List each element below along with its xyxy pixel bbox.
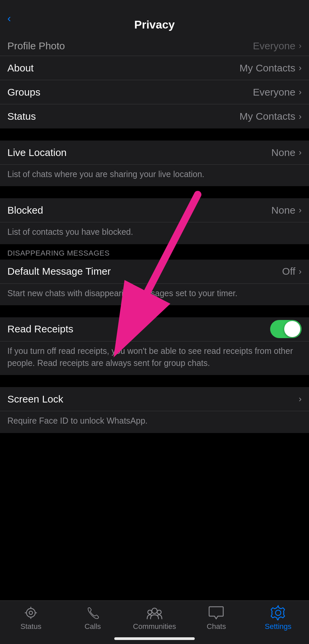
screen-lock-section: Screen Lock › Require Face ID to unlock …: [0, 387, 309, 433]
live-location-label: Live Location: [7, 147, 67, 158]
status-icon: [22, 605, 40, 620]
profile-photo-label: Profile Photo: [7, 40, 65, 52]
default-message-timer-value: Off ›: [282, 266, 302, 277]
blocked-value: None ›: [271, 205, 302, 216]
status-value: My Contacts ›: [240, 111, 302, 122]
communities-tab-label: Communities: [133, 622, 176, 631]
read-receipts-label: Read Receipts: [7, 323, 73, 335]
status-tab-label: Status: [20, 622, 41, 631]
screen-lock-row[interactable]: Screen Lock ›: [0, 387, 309, 411]
status-row[interactable]: Status My Contacts ›: [0, 104, 309, 128]
gap3: [0, 305, 309, 317]
settings-icon: [269, 605, 287, 620]
live-location-subtext: List of chats where you are sharing your…: [0, 165, 309, 186]
about-label: About: [7, 62, 34, 74]
calls-icon: [84, 605, 102, 620]
tab-settings[interactable]: Settings: [247, 605, 309, 631]
default-message-timer-row[interactable]: Default Message Timer Off ›: [0, 260, 309, 284]
header: ‹ Privacy: [0, 0, 309, 36]
tab-calls[interactable]: Calls: [62, 605, 123, 631]
blocked-subtext: List of contacts you have blocked.: [0, 222, 309, 244]
screen-lock-value: ›: [298, 394, 302, 404]
profile-photo-row[interactable]: Profile Photo Everyone ›: [0, 36, 309, 56]
page-wrapper: ‹ Privacy Profile Photo Everyone › About…: [0, 0, 309, 644]
screen-lock-subtext: Require Face ID to unlock WhatsApp.: [0, 411, 309, 433]
groups-value: Everyone ›: [253, 87, 302, 98]
calls-tab-label: Calls: [84, 622, 101, 631]
settings-tab-label: Settings: [265, 622, 292, 631]
who-can-see-section: About My Contacts › Groups Everyone › St…: [0, 56, 309, 128]
blocked-section: Blocked None › List of contacts you have…: [0, 198, 309, 244]
svg-point-10: [157, 610, 161, 614]
about-chevron: ›: [299, 63, 302, 73]
live-location-row[interactable]: Live Location None ›: [0, 141, 309, 165]
svg-point-8: [152, 608, 157, 613]
read-receipts-subtext: If you turn off read receipts, you won't…: [0, 341, 309, 375]
live-location-value: None ›: [271, 147, 302, 158]
chats-icon: [207, 605, 225, 620]
screen-lock-chevron: ›: [299, 394, 302, 404]
chats-tab-label: Chats: [207, 622, 226, 631]
disappearing-messages-subtext: Start new chats with disappearing messag…: [0, 284, 309, 305]
status-label: Status: [7, 111, 36, 122]
gap4: [0, 375, 309, 387]
gap2: [0, 186, 309, 198]
groups-chevron: ›: [299, 87, 302, 97]
tab-communities[interactable]: Communities: [124, 605, 185, 631]
blocked-label: Blocked: [7, 205, 43, 216]
communities-icon: [146, 605, 163, 620]
blocked-row[interactable]: Blocked None ›: [0, 198, 309, 222]
tab-status[interactable]: Status: [0, 605, 62, 631]
tab-chats[interactable]: Chats: [185, 605, 247, 631]
disappearing-messages-section: Default Message Timer Off › Start new ch…: [0, 260, 309, 305]
home-indicator: [114, 637, 195, 640]
live-location-chevron: ›: [299, 147, 302, 158]
groups-label: Groups: [7, 87, 40, 98]
default-message-timer-chevron: ›: [299, 266, 302, 277]
status-chevron: ›: [299, 111, 302, 122]
read-receipts-toggle[interactable]: [270, 320, 302, 338]
page-title: Privacy: [134, 18, 175, 31]
read-receipts-section: Read Receipts If you turn off read recei…: [0, 317, 309, 375]
screen-lock-label: Screen Lock: [7, 393, 63, 405]
about-row[interactable]: About My Contacts ›: [0, 56, 309, 80]
back-button[interactable]: ‹: [7, 12, 11, 24]
toggle-knob: [284, 321, 300, 337]
about-value: My Contacts ›: [240, 62, 302, 74]
svg-point-2: [26, 608, 35, 617]
default-message-timer-label: Default Message Timer: [7, 266, 111, 277]
profile-photo-value: Everyone ›: [253, 40, 302, 52]
svg-point-9: [148, 610, 152, 614]
tab-bar: Status Calls Co: [0, 600, 309, 644]
groups-row[interactable]: Groups Everyone ›: [0, 80, 309, 104]
gap1: [0, 128, 309, 141]
blocked-chevron: ›: [299, 205, 302, 215]
svg-point-3: [29, 611, 33, 614]
chevron-icon: ›: [299, 41, 302, 51]
scroll-content: Profile Photo Everyone › About My Contac…: [0, 36, 309, 600]
svg-point-11: [275, 610, 281, 615]
read-receipts-row: Read Receipts: [0, 317, 309, 341]
live-location-section: Live Location None › List of chats where…: [0, 141, 309, 186]
disappearing-messages-header: DISAPPEARING MESSAGES: [0, 244, 309, 260]
